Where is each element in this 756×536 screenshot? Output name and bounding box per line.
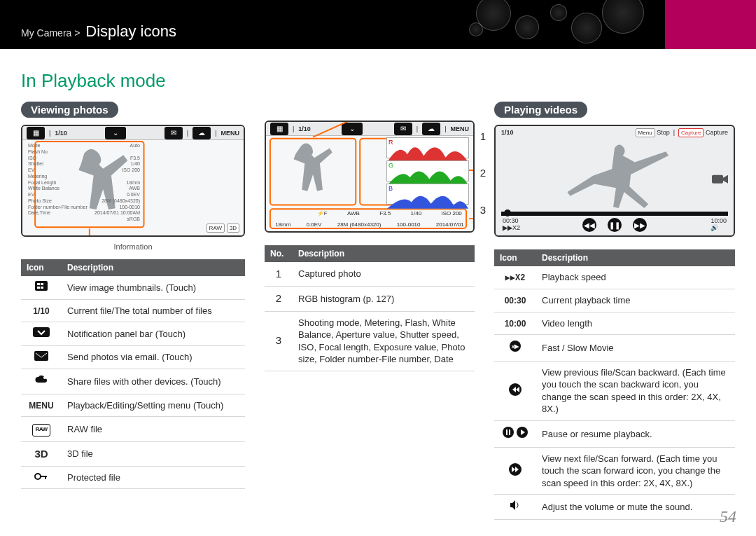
- chevron-down-icon[interactable]: ⌄: [105, 127, 126, 139]
- svg-rect-7: [33, 327, 50, 337]
- breadcrumb-current: Display icons: [85, 22, 176, 40]
- histogram-lcd: ▦ | 1/10 ⌄ ✉| ☁| MENU: [265, 121, 475, 233]
- desc-cell: View next file/Scan forward. (Each time …: [536, 447, 735, 495]
- icon-cell: RAW: [21, 417, 62, 441]
- icon-cell: ▶▶X2: [494, 266, 536, 289]
- mail-icon[interactable]: ✉: [164, 127, 183, 139]
- raw-badge: RAW: [206, 224, 225, 233]
- icon-cell: 10:00: [494, 312, 536, 335]
- callout-2: 2: [480, 167, 486, 179]
- videos-icon-table: Icon Description ▶▶X2Playback speed00:30…: [494, 249, 735, 520]
- desc-cell: Playback speed: [536, 266, 735, 289]
- desc-cell: Current playback time: [536, 289, 735, 312]
- desc-cell: View image thumbnails. (Touch): [62, 276, 245, 299]
- th-desc: Description: [293, 245, 475, 262]
- playing-videos-column: Playing videos 1/10 Menu Stop | Capture …: [494, 102, 735, 520]
- desc-cell: Share files with other devices. (Touch): [62, 369, 245, 394]
- desc-cell: Video length: [536, 312, 735, 335]
- lcd-counter: 1/10: [55, 130, 67, 137]
- th-icon: Icon: [494, 249, 536, 266]
- num-cell: 1: [265, 262, 293, 287]
- svg-rect-25: [509, 430, 510, 435]
- desc-cell: Current file/The total number of files: [62, 299, 245, 322]
- svg-rect-8: [34, 351, 48, 361]
- svg-point-9: [43, 376, 46, 379]
- th-desc: Description: [62, 259, 245, 276]
- stop-button[interactable]: Stop: [657, 129, 670, 136]
- svg-line-16: [313, 122, 356, 137]
- three-d-badge: 3D: [227, 224, 239, 233]
- th-desc: Description: [536, 249, 735, 266]
- svg-point-10: [35, 474, 41, 479]
- section-heading: In Playback mode: [21, 70, 735, 92]
- icon-cell: [494, 361, 536, 420]
- svg-rect-3: [37, 283, 40, 285]
- breadcrumb-parent: My Camera >: [21, 27, 80, 39]
- page-number: 54: [720, 507, 736, 526]
- viewing-photos-column: Viewing photos ▦ | 1/10 ⌄ ✉ | ☁ | MENU: [21, 102, 245, 520]
- thumb-icon[interactable]: ▦: [27, 127, 45, 139]
- desc-cell: Protected file: [62, 466, 245, 489]
- cloud-share-icon[interactable]: ☁: [192, 127, 211, 139]
- video-lcd: 1/10 Menu Stop | Capture Capture: [494, 125, 735, 237]
- svg-rect-19: [712, 175, 723, 184]
- info-caption: Information: [21, 242, 245, 251]
- num-cell: 2: [265, 287, 293, 311]
- icon-cell: [494, 447, 536, 495]
- playing-videos-title: Playing videos: [494, 102, 587, 118]
- desc-cell: View previous file/Scan backward. (Each …: [536, 361, 735, 420]
- viewing-photos-title: Viewing photos: [21, 102, 118, 118]
- icon-cell: 1/10: [21, 299, 62, 322]
- capture-label: Capture: [706, 129, 728, 136]
- th-no: No.: [265, 245, 293, 262]
- histogram-table: No. Description 1Captured photo2RGB hist…: [265, 245, 475, 371]
- icon-cell: 00:30: [494, 289, 536, 312]
- camcorder-icon: [711, 172, 729, 187]
- svg-rect-24: [506, 430, 507, 435]
- desc-cell: Pause or resume playback.: [536, 421, 735, 448]
- ffwd-button[interactable]: ▶▶: [633, 218, 647, 232]
- icon-cell: [21, 322, 62, 346]
- icon-cell: [21, 276, 62, 299]
- icon-cell: 3D: [21, 441, 62, 466]
- svg-rect-5: [37, 287, 40, 289]
- icon-cell: [21, 466, 62, 489]
- icon-cell: x▶: [494, 335, 536, 362]
- icon-cell: [21, 345, 62, 369]
- rgb-histograms: R G B: [386, 137, 469, 207]
- callout-1: 1: [480, 130, 486, 142]
- lcd-menu[interactable]: MENU: [221, 130, 240, 137]
- svg-rect-4: [41, 283, 43, 285]
- desc-cell: Shooting mode, Metering, Flash, White Ba…: [293, 311, 475, 371]
- desc-cell: Send photos via email. (Touch): [62, 345, 245, 369]
- svg-point-23: [503, 427, 514, 438]
- photo-info-lcd: ▦ | 1/10 ⌄ ✉ | ☁ | MENU: [21, 125, 245, 237]
- svg-rect-2: [35, 281, 48, 291]
- desc-cell: Fast / Slow Movie: [536, 335, 735, 362]
- pause-button[interactable]: ❚❚: [608, 218, 622, 232]
- svg-rect-12: [45, 476, 46, 479]
- desc-cell: RGB histogram (p. 127): [293, 287, 475, 311]
- header: My Camera > Display icons: [0, 0, 756, 49]
- svg-text:x▶: x▶: [512, 343, 519, 350]
- svg-rect-6: [41, 287, 43, 289]
- th-icon: Icon: [21, 259, 62, 276]
- decorative-bokeh: [469, 3, 651, 45]
- progress-bar[interactable]: [501, 212, 728, 216]
- desc-cell: Captured photo: [293, 262, 475, 287]
- histogram-column: ▦ | 1/10 ⌄ ✉| ☁| MENU: [265, 102, 475, 520]
- icon-cell: [494, 421, 536, 448]
- rew-button[interactable]: ◀◀: [582, 218, 596, 232]
- desc-cell: Notification panel bar (Touch): [62, 322, 245, 346]
- desc-cell: RAW file: [62, 417, 245, 441]
- icon-cell: [21, 369, 62, 394]
- photos-icon-table: Icon Description View image thumbnails. …: [21, 259, 245, 489]
- num-cell: 3: [265, 311, 293, 371]
- icon-cell: MENU: [21, 394, 62, 417]
- breadcrumb: My Camera > Display icons: [21, 22, 176, 41]
- video-counter: 1/10: [501, 129, 514, 136]
- callout-3: 3: [480, 204, 486, 216]
- callout-numbers: 1 2 3: [480, 121, 486, 233]
- desc-cell: Adjust the volume or mute the sound.: [536, 495, 735, 520]
- icon-cell: [494, 495, 536, 520]
